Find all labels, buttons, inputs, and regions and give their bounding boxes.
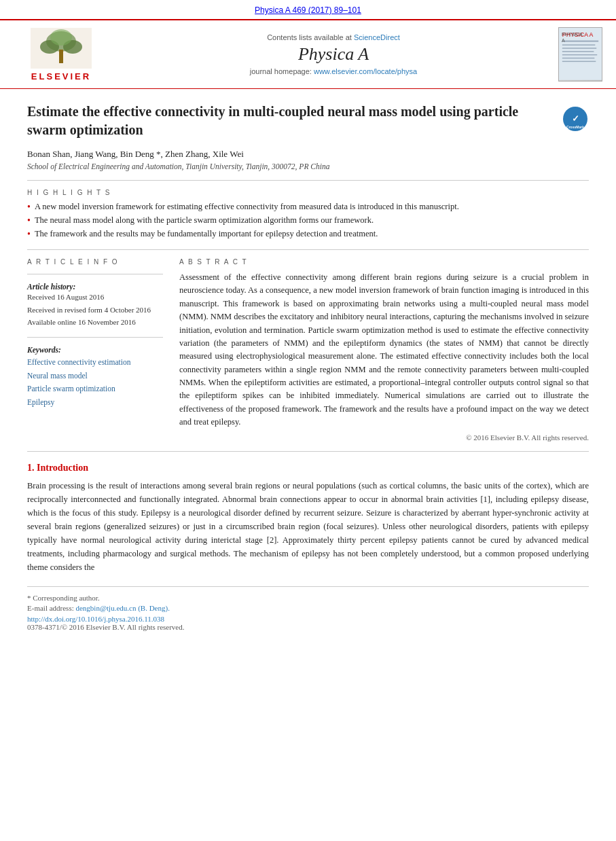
svg-text:CrossMark: CrossMark <box>566 125 584 129</box>
abstract-text: Assessment of the effective connectivity… <box>179 271 589 429</box>
highlight-text-1: A new model inversion framework for esti… <box>35 202 459 212</box>
highlights-label: H I G H L I G H T S <box>27 189 589 196</box>
journal-link[interactable]: Physica A 469 (2017) 89–101 <box>255 5 361 15</box>
email-line: E-mail address: dengbin@tju.edu.cn (B. D… <box>27 604 589 612</box>
svg-text:✓: ✓ <box>572 113 579 124</box>
crossmark-badge[interactable]: ✓ CrossMark <box>562 105 589 132</box>
svg-rect-13 <box>562 61 596 62</box>
issn-line: 0378-4371/© 2016 Elsevier B.V. All right… <box>27 623 589 631</box>
received-date: Received 16 August 2016 <box>27 291 163 304</box>
highlights-section: H I G H L I G H T S • A new model invers… <box>27 189 589 240</box>
divider-ai <box>27 274 163 274</box>
bullet-icon-2: • <box>27 215 31 226</box>
elsevier-label: ELSEVIER <box>31 71 91 82</box>
two-col-section: A R T I C L E I N F O Article history: R… <box>27 258 589 442</box>
article-history: Article history: Received 16 August 2016… <box>27 283 163 329</box>
sciencedirect-link[interactable]: ScienceDirect <box>354 33 400 41</box>
keyword-1[interactable]: Effective connectivity estimation <box>27 356 163 370</box>
paper-title-row: Estimate the effective connectivity in m… <box>27 103 589 139</box>
keyword-2[interactable]: Neural mass model <box>27 370 163 383</box>
email-link[interactable]: dengbin@tju.edu.cn (B. Deng). <box>75 604 169 612</box>
email-label: E-mail address: <box>27 604 74 612</box>
journal-title-center: Contents lists available at ScienceDirec… <box>109 33 558 75</box>
journal-header: ELSEVIER Contents lists available at Sci… <box>0 19 616 89</box>
elsevier-tree-icon <box>31 28 92 69</box>
keywords-section: Keywords: Effective connectivity estimat… <box>27 346 163 409</box>
svg-rect-11 <box>562 54 597 55</box>
footer-section: * Corresponding author. E-mail address: … <box>27 586 589 631</box>
article-info-col: A R T I C L E I N F O Article history: R… <box>27 258 163 442</box>
journal-homepage: journal homepage: www.elsevier.com/locat… <box>109 67 558 75</box>
paper-title: Estimate the effective connectivity in m… <box>27 103 562 139</box>
homepage-link[interactable]: www.elsevier.com/locate/physa <box>314 67 417 75</box>
keywords-label: Keywords: <box>27 346 163 354</box>
copyright-line: © 2016 Elsevier B.V. All rights reserved… <box>179 433 589 442</box>
keyword-4[interactable]: Epilepsy <box>27 396 163 410</box>
introduction-section: 1. Introduction Brain processing is the … <box>27 463 589 574</box>
highlight-item-3: • The framework and the results may be f… <box>27 229 589 240</box>
corresponding-author-note: * Corresponding author. <box>27 594 589 602</box>
highlight-item-1: • A new model inversion framework for es… <box>27 202 589 213</box>
bullet-icon-3: • <box>27 229 31 240</box>
divider-1 <box>27 180 589 181</box>
divider-kw <box>27 337 163 338</box>
journal-name: Physica A <box>109 44 558 65</box>
intro-heading: 1. Introduction <box>27 463 589 473</box>
history-label: Article history: <box>27 283 75 291</box>
divider-intro <box>27 451 589 452</box>
contents-line: Contents lists available at ScienceDirec… <box>109 33 558 41</box>
svg-rect-12 <box>562 58 594 58</box>
divider-2 <box>27 249 589 250</box>
intro-paragraph: Brain processing is the result of intera… <box>27 479 589 574</box>
highlight-text-3: The framework and the results may be fun… <box>35 229 378 239</box>
journal-citation: Physica A 469 (2017) 89–101 <box>0 0 616 19</box>
abstract-col: A B S T R A C T Assessment of the effect… <box>179 258 589 442</box>
svg-rect-4 <box>59 50 63 63</box>
svg-rect-8 <box>562 44 595 45</box>
article-info-label: A R T I C L E I N F O <box>27 258 163 266</box>
svg-point-5 <box>50 29 72 46</box>
affiliation: School of Electrical Engineering and Aut… <box>27 162 589 171</box>
available-date: Available online 16 November 2016 <box>27 316 163 329</box>
thumb-text: PHYSICAA <box>562 31 583 43</box>
svg-rect-10 <box>562 51 594 52</box>
history-dates: Received 16 August 2016 Received in revi… <box>27 291 163 329</box>
main-content: Estimate the effective connectivity in m… <box>0 89 616 645</box>
journal-thumbnail: PHYSICAA PHYSICA A <box>558 27 602 82</box>
keyword-3[interactable]: Particle swarm optimization <box>27 382 163 396</box>
doi-link[interactable]: http://dx.doi.org/10.1016/j.physa.2016.1… <box>27 615 164 623</box>
elsevier-logo-area: ELSEVIER <box>14 28 109 82</box>
authors: Bonan Shan, Jiang Wang, Bin Deng *, Zhen… <box>27 149 589 160</box>
revised-date: Received in revised form 4 October 2016 <box>27 304 163 317</box>
highlight-text-2: The neural mass model along with the par… <box>35 215 374 226</box>
bullet-icon-1: • <box>27 202 31 213</box>
svg-rect-9 <box>562 48 596 48</box>
abstract-label: A B S T R A C T <box>179 258 589 266</box>
highlight-item-2: • The neural mass model along with the p… <box>27 215 589 226</box>
